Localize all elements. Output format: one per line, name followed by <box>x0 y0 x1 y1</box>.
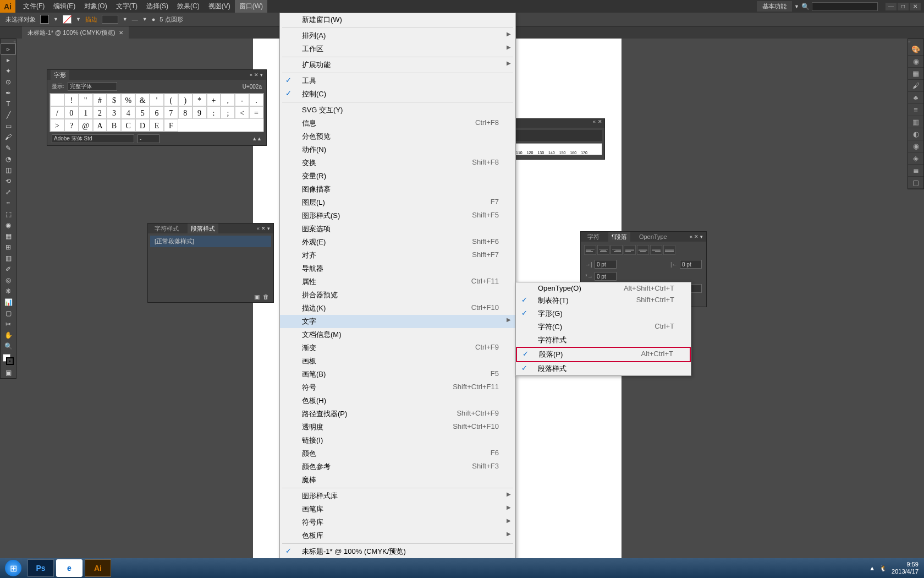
workspace-switcher[interactable]: 基本功能 <box>757 1 792 12</box>
glyph-cell[interactable]: ? <box>64 119 79 132</box>
glyph-cell[interactable]: - <box>235 94 249 106</box>
menu-item[interactable]: 图像描摹 <box>280 183 515 196</box>
menu-item[interactable]: 透明度Shift+Ctrl+F10 <box>280 421 515 434</box>
selection-tool[interactable]: ▹ <box>1 43 16 54</box>
first-line-input[interactable] <box>595 272 617 281</box>
submenu-item[interactable]: 字符(C)Ctrl+T <box>516 320 691 334</box>
glyph-cell[interactable]: * <box>193 94 207 106</box>
delete-style-icon[interactable]: 🗑 <box>263 293 269 301</box>
system-clock[interactable]: 9:59 2013/4/17 <box>892 561 919 575</box>
glyph-cell[interactable]: 3 <box>107 106 121 119</box>
menu-item[interactable]: 对齐Shift+F7 <box>280 249 515 262</box>
hand-tool[interactable]: ✋ <box>1 330 16 341</box>
mesh-tool[interactable]: ⊞ <box>1 242 16 253</box>
menu-item[interactable]: 颜色F6 <box>280 447 515 460</box>
zoom-tool[interactable]: 🔍 <box>1 341 16 352</box>
glyph-cell[interactable]: < <box>235 106 249 119</box>
submenu-item[interactable]: 字符样式 <box>516 334 691 347</box>
close-tab-icon[interactable]: ✕ <box>119 30 123 36</box>
glyph-cell[interactable]: & <box>135 94 150 106</box>
brush-preset[interactable]: 5 点圆形 <box>160 15 183 24</box>
minimize-button[interactable]: — <box>886 3 897 10</box>
swatches-icon[interactable]: ▦ <box>908 68 923 80</box>
glyph-cell[interactable]: $ <box>107 94 121 106</box>
glyph-style[interactable] <box>138 134 160 143</box>
glyph-font[interactable] <box>52 134 134 143</box>
brushes-icon[interactable]: 🖌 <box>908 80 923 92</box>
menu-item[interactable]: 拼合器预览 <box>280 288 515 302</box>
glyph-cell[interactable]: C <box>121 119 135 132</box>
glyph-cell[interactable]: F <box>164 119 178 132</box>
glyph-cell[interactable]: 4 <box>121 106 135 119</box>
menu-item[interactable]: 文字▶ <box>280 315 515 328</box>
glyph-cell[interactable]: ; <box>221 106 235 119</box>
submenu-item[interactable]: ✓字形(G) <box>516 307 691 320</box>
glyph-cell[interactable]: ) <box>178 94 193 106</box>
glyph-cell[interactable]: # <box>93 94 107 106</box>
lasso-tool[interactable]: ⊙ <box>1 77 16 88</box>
menu-item[interactable]: 画笔库▶ <box>280 503 515 516</box>
glyph-cell[interactable]: = <box>249 106 263 119</box>
menu-item[interactable]: SVG 交互(Y) <box>280 103 515 117</box>
scale-tool[interactable]: ⤢ <box>1 187 16 198</box>
menu-item[interactable]: 分色预览 <box>280 130 515 143</box>
menu-item[interactable]: 渐变Ctrl+F9 <box>280 341 515 355</box>
menu-item[interactable]: 图案选项 <box>280 222 515 236</box>
menu-item[interactable]: 符号库▶ <box>280 516 515 529</box>
stroke-panel-icon[interactable]: ≡ <box>908 104 923 116</box>
stroke-weight-input[interactable] <box>102 15 118 24</box>
align-center[interactable] <box>597 245 609 255</box>
submenu-item[interactable]: OpenType(O)Alt+Shift+Ctrl+T <box>516 282 691 294</box>
menu-item[interactable]: ✓工具 <box>280 74 515 88</box>
paragraph-styles-panel[interactable]: 字符样式 段落样式 «✕▾ [正常段落样式] ▣ 🗑 <box>147 223 274 303</box>
menu-item[interactable]: 视图(V) <box>204 0 235 13</box>
artboard-tool[interactable]: ▢ <box>1 308 16 319</box>
menu-item[interactable]: 符号Shift+Ctrl+F11 <box>280 381 515 394</box>
menu-item[interactable]: 编辑(E) <box>49 0 80 13</box>
glyph-cell[interactable]: . <box>249 94 263 106</box>
submenu-item[interactable]: ✓段落样式 <box>516 362 691 375</box>
paragraph-tab[interactable]: ¶段落 <box>608 232 630 242</box>
transparency-icon[interactable]: ◐ <box>908 128 923 140</box>
menu-item[interactable]: 对象(O) <box>80 0 111 13</box>
glyph-cell[interactable]: B <box>107 119 121 132</box>
new-style-icon[interactable]: ▣ <box>254 293 260 301</box>
glyph-cell[interactable]: ' <box>150 94 164 106</box>
glyph-cell[interactable]: ( <box>164 94 178 106</box>
justify-left[interactable] <box>624 245 636 255</box>
glyph-cell[interactable]: , <box>221 94 235 106</box>
symbol-sprayer-tool[interactable]: ❋ <box>1 286 16 297</box>
slice-tool[interactable]: ✂ <box>1 319 16 330</box>
glyph-cell[interactable]: 9 <box>193 106 207 119</box>
glyph-cell[interactable]: E <box>150 119 164 132</box>
gradient-panel-icon[interactable]: ▥ <box>908 116 923 128</box>
taskbar-illustrator[interactable]: Ai <box>85 559 111 577</box>
menu-item[interactable]: 魔棒 <box>280 473 515 487</box>
menu-item[interactable]: 文件(F) <box>19 0 49 13</box>
document-tab[interactable]: 未标题-1* @ 100% (CMYK/预览) ✕ <box>22 26 129 39</box>
blend-tool[interactable]: ◎ <box>1 275 16 286</box>
menu-item[interactable]: 导航器 <box>280 262 515 275</box>
glyph-cell[interactable]: 5 <box>135 106 150 119</box>
rotate-tool[interactable]: ⟲ <box>1 176 16 187</box>
glyph-cell[interactable]: + <box>207 94 221 106</box>
opentype-tab[interactable]: OpenType <box>636 232 670 241</box>
submenu-item[interactable]: ✓段落(P)Alt+Ctrl+T <box>516 347 691 362</box>
menu-item[interactable]: 图形样式库▶ <box>280 489 515 503</box>
menu-item[interactable]: 排列(A)▶ <box>280 29 515 42</box>
menu-item[interactable]: ✓控制(C) <box>280 88 515 101</box>
gradient-tool[interactable]: ▥ <box>1 253 16 264</box>
tabs-ruler-panel[interactable]: «✕ 110120130140150160170 <box>512 118 605 160</box>
menu-item[interactable]: 工作区▶ <box>280 42 515 56</box>
menu-item[interactable]: 画板 <box>280 355 515 368</box>
glyph-cell[interactable]: 6 <box>150 106 164 119</box>
glyphs-tab[interactable]: 字形 <box>51 70 69 80</box>
glyph-cell[interactable]: ! <box>64 94 79 106</box>
taskbar-ie[interactable]: e <box>56 559 82 577</box>
glyph-cell[interactable]: 1 <box>79 106 93 119</box>
menu-item[interactable]: 信息Ctrl+F8 <box>280 117 515 130</box>
menu-item[interactable]: 路径查找器(P)Shift+Ctrl+F9 <box>280 407 515 421</box>
graph-tool[interactable]: 📊 <box>1 297 16 308</box>
glyph-cell[interactable]: " <box>79 94 93 106</box>
menu-item[interactable]: 图层(L)F7 <box>280 196 515 209</box>
